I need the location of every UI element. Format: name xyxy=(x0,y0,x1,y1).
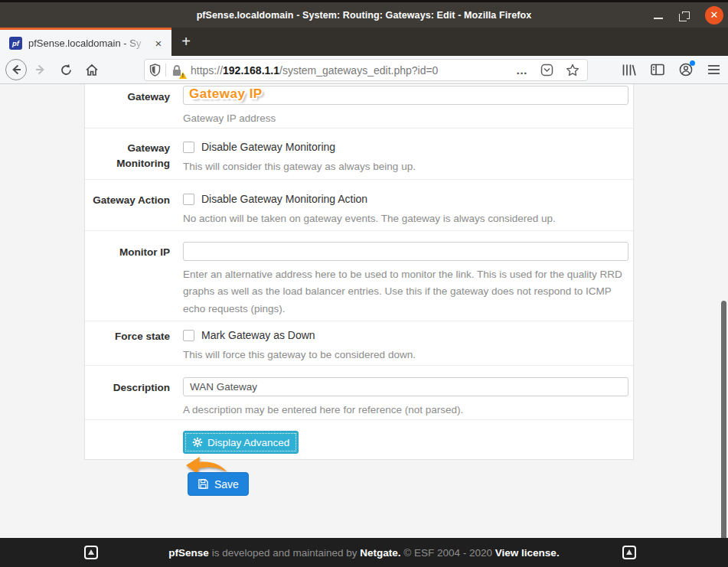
back-button[interactable] xyxy=(5,59,27,80)
display-advanced-label: Display Advanced xyxy=(207,437,289,448)
maximize-button[interactable] xyxy=(677,7,694,24)
disable-gateway-monitoring-checkbox[interactable] xyxy=(183,142,194,153)
hamburger-icon xyxy=(707,64,720,75)
scroll-to-top-button-left[interactable] xyxy=(84,546,98,559)
gateway-action-label: Gateway Action xyxy=(85,193,183,230)
up-triangle-icon xyxy=(626,549,632,555)
sidebar-toggle-button[interactable] xyxy=(651,64,664,76)
home-button[interactable] xyxy=(82,60,102,80)
page-content: Gateway Gateway IP Gateway IP address Ga… xyxy=(0,84,728,538)
pfsense-favicon-icon: pf xyxy=(9,37,22,50)
gateway-label: Gateway xyxy=(85,86,183,128)
monitor-ip-label: Monitor IP xyxy=(85,242,183,321)
gateway-help-text: Gateway IP address xyxy=(183,110,628,127)
mark-gateway-down-label: Mark Gateway as Down xyxy=(201,329,315,341)
forward-arrow-icon xyxy=(34,64,47,76)
form-row-gateway-monitoring: Gateway Monitoring Disable Gateway Monit… xyxy=(85,128,633,179)
url-text[interactable]: https://192.168.1.1/system_gateways_edit… xyxy=(191,64,516,77)
form-row-description: Description A description may be entered… xyxy=(85,365,633,419)
bookmark-star-button[interactable] xyxy=(566,64,579,77)
back-arrow-icon xyxy=(10,64,22,76)
disable-gateway-monitoring-label: Disable Gateway Monitoring xyxy=(201,141,335,153)
footer-brand: pfSense xyxy=(168,547,209,559)
gear-icon xyxy=(192,437,203,448)
gateway-input[interactable] xyxy=(183,86,628,105)
lock-icon[interactable] xyxy=(171,64,184,77)
gateway-edit-form-panel: Gateway Gateway IP Gateway IP address Ga… xyxy=(84,84,634,460)
window-title: pfSense.localdomain - System: Routing: G… xyxy=(0,2,728,28)
close-icon: × xyxy=(155,37,162,50)
description-help-text: A description may be entered here for re… xyxy=(183,402,628,419)
page-actions-button[interactable]: … xyxy=(516,64,528,77)
footer-company-link[interactable]: Netgate. xyxy=(360,547,400,559)
form-row-gateway-action: Gateway Action Disable Gateway Monitorin… xyxy=(85,179,633,230)
scroll-to-top-button-right[interactable] xyxy=(622,546,636,559)
save-label: Save xyxy=(214,478,239,490)
mark-gateway-down-checkbox[interactable] xyxy=(183,330,194,341)
sidebar-icon xyxy=(651,64,664,76)
tracking-shield-icon xyxy=(149,64,161,77)
insecure-warning-icon xyxy=(179,72,187,79)
nav-toolbar: https://192.168.1.1/system_gateways_edit… xyxy=(0,56,728,84)
reload-icon xyxy=(60,64,73,77)
footer: pfSense is developed and maintained by N… xyxy=(0,538,728,567)
disable-gateway-monitoring-action-label: Disable Gateway Monitoring Action xyxy=(201,193,367,205)
gateway-monitoring-help-text: This will consider this gateway as alway… xyxy=(183,158,628,175)
new-tab-button[interactable]: + xyxy=(176,30,196,54)
form-row-gateway: Gateway Gateway IP Gateway IP address xyxy=(85,84,633,128)
pocket-button[interactable] xyxy=(540,64,553,77)
tab-title: pfSense.localdomain - Sy xyxy=(28,37,152,49)
tab-bar: pf pfSense.localdomain - Sy × + xyxy=(0,28,728,56)
restore-icon xyxy=(682,11,690,19)
display-advanced-button[interactable]: Display Advanced xyxy=(183,431,299,454)
url-bar[interactable]: https://192.168.1.1/system_gateways_edit… xyxy=(144,59,588,81)
browser-tab[interactable]: pf pfSense.localdomain - Sy × xyxy=(0,28,171,56)
description-label: Description xyxy=(85,377,183,419)
library-button[interactable] xyxy=(622,64,636,77)
minimize-icon xyxy=(654,18,663,19)
save-icon xyxy=(198,478,209,490)
minimize-button[interactable] xyxy=(650,7,667,24)
library-icon xyxy=(622,64,636,77)
form-row-advanced: Display Advanced xyxy=(85,419,633,460)
disable-gateway-monitoring-action-checkbox[interactable] xyxy=(183,194,194,205)
scrollbar-thumb[interactable] xyxy=(721,301,726,564)
description-input[interactable] xyxy=(183,377,628,396)
tab-close-button[interactable]: × xyxy=(152,36,165,50)
account-button[interactable] xyxy=(679,63,693,77)
forward-button[interactable] xyxy=(31,60,50,79)
monitor-ip-help-text: Enter an alternative address here to be … xyxy=(183,266,628,318)
notification-dot xyxy=(690,60,695,66)
up-triangle-icon xyxy=(88,549,94,555)
save-button[interactable]: Save xyxy=(188,472,249,496)
window-titlebar: pfSense.localdomain - System: Routing: G… xyxy=(0,0,728,28)
pocket-icon xyxy=(540,64,553,77)
force-state-help-text: This will force this gateway to be consi… xyxy=(183,347,628,363)
monitor-ip-input[interactable] xyxy=(183,242,628,261)
close-icon: ✕ xyxy=(710,9,719,21)
form-row-force-state: Force state Mark Gateway as Down This wi… xyxy=(85,321,633,365)
home-icon xyxy=(85,64,99,77)
close-button[interactable]: ✕ xyxy=(705,6,723,24)
menu-button[interactable] xyxy=(707,64,720,75)
view-license-link[interactable]: View license. xyxy=(495,547,560,559)
star-icon xyxy=(566,64,579,77)
form-row-monitor-ip: Monitor IP Enter an alternative address … xyxy=(85,230,633,321)
url-path: /system_gateways_edit.php?id=0 xyxy=(279,64,438,77)
plus-icon: + xyxy=(181,33,191,51)
reload-button[interactable] xyxy=(56,60,76,80)
url-scheme: https:// xyxy=(191,64,223,77)
gateway-action-help-text: No action will be taken on gateway event… xyxy=(183,210,628,227)
footer-text: pfSense is developed and maintained by N… xyxy=(168,547,559,559)
url-host: 192.168.1.1 xyxy=(223,64,279,77)
gateway-monitoring-label: Gateway Monitoring xyxy=(85,141,183,179)
force-state-label: Force state xyxy=(85,329,183,365)
divider xyxy=(165,64,166,77)
